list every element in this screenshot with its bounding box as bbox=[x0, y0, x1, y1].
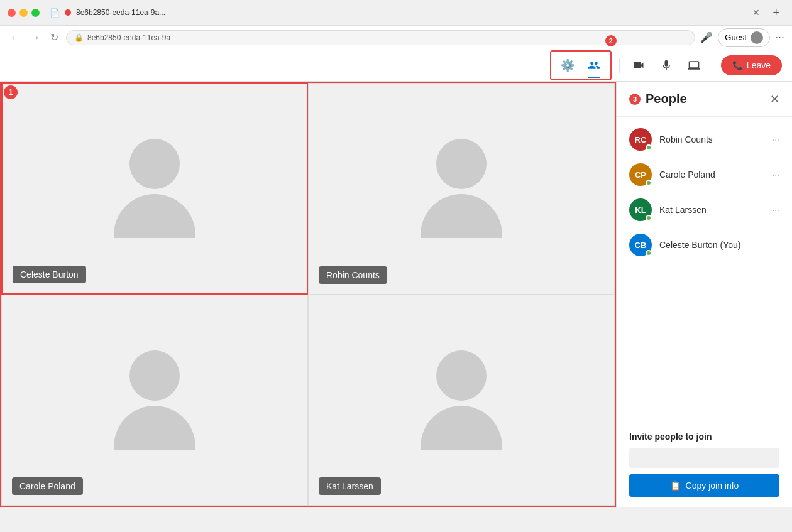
status-dot-robin bbox=[646, 144, 652, 151]
address-bar[interactable]: 🔒 8e6b2850-eeda-11ea-9a bbox=[66, 30, 695, 45]
traffic-lights bbox=[8, 9, 40, 17]
video-label-carole: Carole Poland bbox=[12, 477, 83, 495]
video-cell-robin: Robin Counts bbox=[308, 83, 615, 295]
browser-more-button[interactable]: ··· bbox=[775, 31, 784, 44]
panel-close-button[interactable]: ✕ bbox=[770, 92, 779, 106]
step-3-badge: 3 bbox=[629, 94, 641, 105]
person-initials-kat: KL bbox=[635, 205, 646, 215]
camera-button[interactable] bbox=[627, 54, 650, 77]
tab-title: 8e6b2850-eeda-11ea-9a... bbox=[76, 8, 747, 17]
copy-icon: 📋 bbox=[670, 480, 681, 491]
person-more-carole[interactable]: ··· bbox=[772, 170, 779, 180]
tab-close-button[interactable]: ✕ bbox=[752, 8, 760, 18]
settings-button[interactable]: ⚙️ bbox=[556, 54, 579, 77]
nav-bar: ← → ↻ 🔒 8e6b2850-eeda-11ea-9a 🎤 Guest ··… bbox=[0, 25, 792, 49]
toolbar-separator-1 bbox=[619, 58, 620, 73]
forward-button[interactable]: → bbox=[28, 30, 43, 46]
video-label-robin: Robin Counts bbox=[319, 266, 387, 284]
guest-avatar bbox=[751, 31, 763, 44]
video-cell-celeste: Celeste Burton bbox=[1, 83, 308, 295]
status-dot-carole bbox=[646, 180, 652, 186]
leave-button[interactable]: 📞 Leave bbox=[721, 55, 782, 75]
invite-label: Invite people to join bbox=[629, 432, 779, 442]
avatar-body-robin bbox=[421, 194, 502, 238]
app-container: 2 ⚙️ 📞 Leave 1 bbox=[0, 49, 792, 507]
video-cell-carole: Carole Poland bbox=[1, 295, 308, 506]
browser-chrome: 📄 8e6b2850-eeda-11ea-9a... ✕ + ← → ↻ 🔒 8… bbox=[0, 0, 792, 49]
panel-footer: Invite people to join 📋 Copy join info bbox=[617, 421, 792, 507]
person-initials-carole: CP bbox=[635, 170, 646, 180]
step-2-badge: 2 bbox=[605, 35, 617, 46]
person-avatar-robin: RC bbox=[629, 128, 652, 151]
panel-title: People bbox=[646, 92, 687, 106]
person-row-robin[interactable]: RC Robin Counts ··· bbox=[617, 122, 792, 157]
avatar-head-kat bbox=[436, 350, 487, 401]
leave-label: Leave bbox=[747, 60, 771, 70]
close-traffic-light[interactable] bbox=[8, 9, 16, 17]
microphone-icon[interactable]: 🎤 bbox=[700, 31, 713, 43]
step-1-badge: 1 bbox=[4, 85, 18, 99]
video-label-celeste: Celeste Burton bbox=[13, 266, 86, 283]
panel-header: 3 People ✕ bbox=[617, 82, 792, 117]
address-text: 8e6b2850-eeda-11ea-9a bbox=[87, 33, 170, 42]
avatar-head-robin bbox=[436, 139, 487, 189]
new-tab-button[interactable]: + bbox=[767, 5, 784, 21]
maximize-traffic-light[interactable] bbox=[31, 9, 40, 17]
person-name-celeste: Celeste Burton (You) bbox=[659, 240, 779, 250]
toolbar-button-group: ⚙️ bbox=[550, 50, 612, 80]
people-panel: 3 People ✕ RC Robin Counts ··· bbox=[616, 82, 792, 507]
toolbar-separator-2 bbox=[713, 58, 713, 73]
avatar-body bbox=[114, 194, 195, 238]
invite-input[interactable] bbox=[629, 448, 779, 468]
refresh-button[interactable]: ↻ bbox=[48, 29, 61, 46]
avatar-celeste bbox=[114, 139, 195, 238]
person-more-robin[interactable]: ··· bbox=[772, 134, 779, 144]
person-name-kat: Kat Larssen bbox=[659, 205, 764, 215]
nav-right: 🎤 Guest ··· bbox=[700, 28, 784, 47]
video-label-kat: Kat Larssen bbox=[319, 477, 381, 495]
avatar-body-kat bbox=[421, 406, 502, 450]
content-area: 1 Celeste Burton Robin Counts bbox=[0, 82, 792, 507]
person-initials-celeste: CB bbox=[635, 241, 647, 250]
person-row-kat[interactable]: KL Kat Larssen ··· bbox=[617, 192, 792, 227]
person-row-carole[interactable]: CP Carole Poland ··· bbox=[617, 157, 792, 192]
person-avatar-carole: CP bbox=[629, 163, 652, 186]
person-more-kat[interactable]: ··· bbox=[772, 205, 779, 215]
status-dot-kat bbox=[646, 215, 652, 221]
person-name-carole: Carole Poland bbox=[659, 170, 764, 180]
video-cell-kat: Kat Larssen bbox=[308, 295, 615, 506]
leave-phone-icon: 📞 bbox=[732, 60, 743, 70]
lock-icon: 🔒 bbox=[74, 33, 84, 42]
person-initials-robin: RC bbox=[635, 135, 647, 144]
title-bar: 📄 8e6b2850-eeda-11ea-9a... ✕ + bbox=[0, 0, 792, 25]
person-name-robin: Robin Counts bbox=[659, 134, 764, 144]
toolbar-badge-area: 2 ⚙️ bbox=[550, 50, 612, 80]
toolbar: 2 ⚙️ 📞 Leave bbox=[0, 49, 792, 82]
share-button[interactable] bbox=[683, 54, 705, 77]
avatar-kat bbox=[421, 350, 502, 450]
guest-label: Guest bbox=[725, 33, 747, 42]
people-button[interactable] bbox=[583, 54, 605, 77]
avatar-head-carole bbox=[129, 350, 180, 401]
person-avatar-kat: KL bbox=[629, 198, 652, 221]
minimize-traffic-light[interactable] bbox=[19, 9, 28, 17]
status-dot-celeste bbox=[646, 250, 652, 256]
video-grid: 1 Celeste Burton Robin Counts bbox=[0, 82, 616, 507]
people-list: RC Robin Counts ··· CP Carole Poland ··· bbox=[617, 117, 792, 421]
copy-btn-label: Copy join info bbox=[686, 480, 739, 491]
person-row-celeste[interactable]: CB Celeste Burton (You) bbox=[617, 227, 792, 263]
mute-button[interactable] bbox=[655, 54, 678, 77]
avatar-body-carole bbox=[114, 406, 195, 450]
avatar-carole bbox=[114, 350, 195, 450]
copy-join-info-button[interactable]: 📋 Copy join info bbox=[629, 474, 779, 497]
back-button[interactable]: ← bbox=[8, 30, 23, 46]
avatar-robin bbox=[421, 139, 502, 238]
person-avatar-celeste: CB bbox=[629, 234, 652, 256]
guest-menu-button[interactable]: Guest bbox=[718, 28, 770, 47]
avatar-head bbox=[129, 139, 180, 189]
